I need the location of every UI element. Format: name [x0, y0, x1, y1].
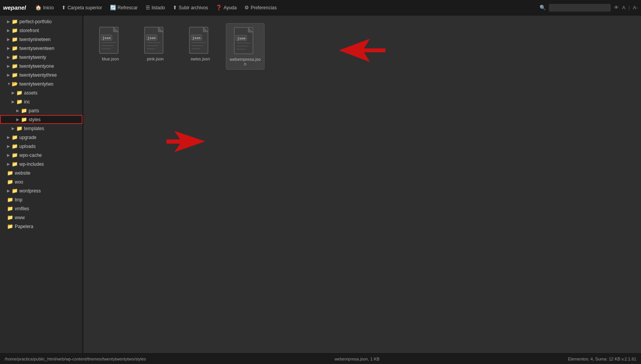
- toolbar-refrescar[interactable]: 🔄 Refrescar: [107, 3, 141, 12]
- expand-arrow-icon: ▶: [12, 100, 16, 104]
- toolbar-right: 🔍 👁 A | A-: [540, 4, 638, 12]
- file-item[interactable]: json blue.json: [91, 23, 130, 64]
- list-icon: ☰: [146, 5, 150, 10]
- expand-arrow-icon: ▶: [7, 64, 12, 68]
- expand-arrow-icon: ▶: [12, 91, 16, 95]
- sidebar-item-twentynineteen[interactable]: ▶📁twentynineteen: [0, 35, 82, 44]
- folder-icon: 📁: [12, 19, 18, 24]
- sidebar-item-label: twentynineteen: [19, 37, 51, 42]
- toolbar-carpeta-superior[interactable]: ⬆ Carpeta superior: [58, 3, 105, 12]
- toolbar-inicio[interactable]: 🏠 Inicio: [32, 3, 57, 12]
- toolbar-preferencias[interactable]: ⚙ Preferencias: [241, 3, 280, 12]
- toolbar-ayuda[interactable]: ❓ Ayuda: [213, 3, 240, 12]
- sidebar-item-label: twentyseventeen: [19, 46, 54, 51]
- json-file-icon: json: [234, 27, 257, 55]
- sidebar-item-label: tmp: [15, 197, 22, 203]
- sidebar-item-twentytwentytwo[interactable]: ▼📂twentytwentytwo: [0, 79, 82, 88]
- sidebar-item-wp-includes[interactable]: ▶📁wp-includes: [0, 160, 82, 168]
- sidebar-item-Papelera[interactable]: 📁Papelera: [0, 222, 82, 231]
- folder-icon: 📁: [12, 188, 18, 194]
- sidebar-item-twentytwenty[interactable]: ▶📁twentytwenty: [0, 53, 82, 62]
- sidebar-item-label: templates: [24, 126, 44, 131]
- folder-icon: 📂: [12, 81, 18, 87]
- folder-icon: 📁: [7, 197, 13, 203]
- font-size-label: A-: [633, 5, 638, 10]
- file-label: blue.json: [102, 57, 119, 61]
- sidebar-item-styles[interactable]: ▶📁styles: [0, 115, 82, 124]
- main-area: ▶📁perfect-portfolio▶📁storefront▶📁twentyn…: [0, 15, 641, 353]
- sidebar-item-label: vmfiles: [15, 206, 29, 211]
- folder-icon: 📁: [12, 134, 18, 140]
- search-icon: 🔍: [540, 5, 546, 10]
- sidebar-item-label: assets: [24, 90, 38, 96]
- folder-icon: 📁: [7, 206, 13, 211]
- expand-arrow-icon: ▶: [7, 189, 12, 193]
- sidebar-item-woo[interactable]: 📁woo: [0, 177, 82, 186]
- sidebar-item-label: twentytwentythree: [19, 72, 57, 78]
- separator: |: [629, 5, 630, 10]
- toolbar-carpeta-label: Carpeta superior: [67, 5, 102, 10]
- sidebar-item-vmfiles[interactable]: 📁vmfiles: [0, 204, 82, 213]
- statusbar: /home/practica/public_html/web/wp-conten…: [0, 353, 641, 364]
- sidebar-item-label: Papelera: [15, 224, 33, 229]
- sidebar-item-perfect-portfolio[interactable]: ▶📁perfect-portfolio: [0, 17, 82, 26]
- folder-icon: 📁: [12, 72, 18, 78]
- sidebar-item-twentyseventeen[interactable]: ▶📁twentyseventeen: [0, 44, 82, 53]
- sidebar-item-inc[interactable]: ▶📁inc: [0, 97, 82, 106]
- sidebar-item-twentytwentyone[interactable]: ▶📁twentytwentyone: [0, 62, 82, 70]
- json-file-icon: json: [99, 26, 122, 54]
- sidebar-item-uploads[interactable]: ▶📁uploads: [0, 142, 82, 151]
- folder-icon: 📁: [12, 143, 18, 149]
- sidebar-item-upgrade[interactable]: ▶📁upgrade: [0, 133, 82, 142]
- status-selected: webempresa.json, 1 KB: [335, 357, 380, 361]
- sidebar-item-label: wordpress: [19, 188, 41, 194]
- sidebar-item-label: storefront: [19, 28, 39, 33]
- expand-arrow-icon: ▶: [7, 46, 12, 50]
- sidebar-item-website[interactable]: 📁website: [0, 168, 82, 177]
- file-item[interactable]: json swiss.json: [181, 23, 220, 64]
- sidebar-item-label: perfect-portfolio: [19, 19, 52, 24]
- sidebar-item-templates[interactable]: ▶📁templates: [0, 124, 82, 133]
- file-item[interactable]: json pink.json: [136, 23, 175, 64]
- help-icon: ❓: [216, 5, 222, 10]
- folder-icon: 📁: [12, 36, 18, 42]
- sidebar: ▶📁perfect-portfolio▶📁storefront▶📁twentyn…: [0, 15, 83, 353]
- folder-icon: 📁: [7, 179, 13, 185]
- sidebar-item-wordpress[interactable]: ▶📁wordpress: [0, 186, 82, 195]
- sidebar-item-parts[interactable]: ▶📁parts: [0, 106, 82, 115]
- sidebar-item-label: twentytwentytwo: [19, 81, 53, 87]
- folder-icon: 📁: [21, 117, 27, 122]
- search-input[interactable]: [549, 4, 611, 12]
- expand-arrow-icon: ▶: [16, 108, 21, 113]
- expand-arrow-icon: ▶: [12, 126, 16, 130]
- sidebar-item-tmp[interactable]: 📁tmp: [0, 195, 82, 204]
- json-file-icon: json: [189, 26, 212, 54]
- toolbar-ayuda-label: Ayuda: [223, 5, 237, 10]
- file-label: webempresa.json: [229, 57, 261, 66]
- toolbar-subir-archivos[interactable]: ⬆ Subir archivos: [170, 3, 211, 12]
- toolbar-subir-label: Subir archivos: [179, 5, 208, 10]
- folder-icon: 📁: [7, 223, 13, 229]
- sidebar-item-twentytwentythree[interactable]: ▶📁twentytwentythree: [0, 70, 82, 79]
- sidebar-item-label: upgrade: [19, 135, 36, 140]
- refresh-icon: 🔄: [110, 5, 116, 10]
- expand-arrow-icon: ▶: [7, 37, 12, 41]
- toolbar: wepanel 🏠 Inicio ⬆ Carpeta superior 🔄 Re…: [0, 0, 641, 15]
- svg-text:json: json: [192, 36, 201, 40]
- sidebar-item-www[interactable]: 📁www: [0, 213, 82, 222]
- up-folder-icon: ⬆: [62, 5, 66, 10]
- sidebar-item-storefront[interactable]: ▶📁storefront: [0, 26, 82, 35]
- toolbar-inicio-label: Inicio: [43, 5, 54, 10]
- svg-text:json: json: [237, 36, 246, 40]
- sidebar-item-assets[interactable]: ▶📁assets: [0, 88, 82, 97]
- sidebar-item-wpo-cache[interactable]: ▶📁wpo-cache: [0, 151, 82, 160]
- svg-marker-33: [167, 131, 205, 152]
- expand-arrow-icon: ▶: [7, 28, 12, 33]
- sidebar-item-label: woo: [15, 179, 23, 185]
- expand-arrow-icon: ▶: [7, 144, 12, 148]
- toolbar-listado-label: listado: [152, 5, 165, 10]
- folder-icon: 📁: [12, 161, 18, 167]
- file-item[interactable]: json webempresa.json: [226, 23, 265, 70]
- sidebar-item-label: styles: [29, 117, 41, 122]
- toolbar-listado[interactable]: ☰ listado: [143, 3, 168, 12]
